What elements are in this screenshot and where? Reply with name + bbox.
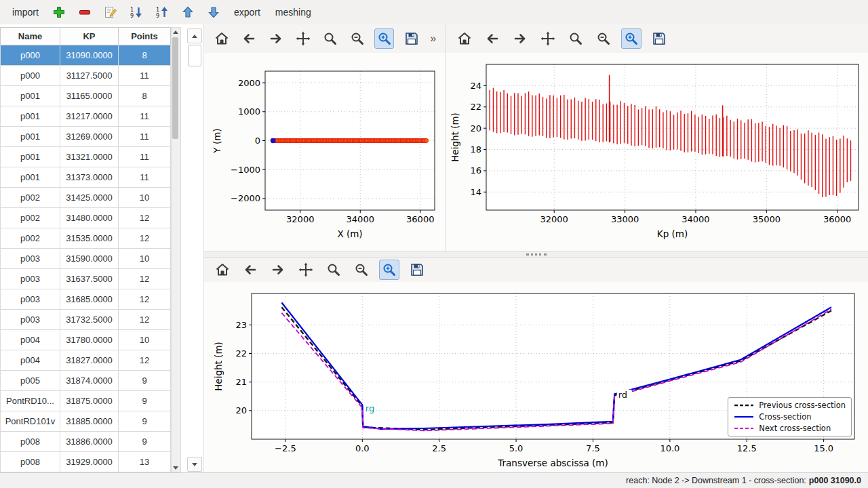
add-cross-section-button[interactable] [50,3,68,22]
table-cell[interactable]: p000 [1,45,60,66]
table-cell[interactable]: 12 [119,208,171,228]
table-row[interactable]: p00131321.000011 [1,147,171,167]
cross-section-chart[interactable]: −2.50.02.55.07.510.012.515.020212223Tran… [204,282,868,474]
table-scrollbar-thumb[interactable] [172,37,178,139]
table-cell[interactable]: 13 [119,452,171,472]
table-cell[interactable]: 31929.0000 [60,452,119,472]
home-button[interactable] [212,28,232,49]
table-row[interactable]: p00231480.000012 [1,208,171,228]
table-cell[interactable]: 12 [119,310,171,330]
toolbar-overflow[interactable]: » [429,33,437,45]
table-row[interactable]: PontRD10...31875.00009 [1,391,171,411]
panel-scroll-down-button[interactable] [187,457,202,472]
column-header-points[interactable]: Points [119,28,171,45]
import-button[interactable]: import [8,3,43,22]
table-row[interactable]: p00331732.500012 [1,310,171,330]
table-cell[interactable]: p003 [1,249,60,269]
home-button[interactable] [454,28,475,49]
table-cell[interactable]: p001 [1,147,60,167]
table-cell[interactable]: 12 [119,350,171,371]
table-row[interactable]: p00831929.000013 [1,452,171,472]
table-cell[interactable]: 31373.0000 [60,167,119,188]
table-cell[interactable]: p002 [1,188,60,208]
home-button[interactable] [212,260,233,280]
zoom-out-button[interactable] [593,28,614,49]
pan-button[interactable] [294,28,313,49]
table-cell[interactable]: 31732.5000 [60,310,119,330]
table-cell[interactable]: 11 [119,127,171,147]
table-cell[interactable]: 31885.0000 [60,411,119,432]
table-cell[interactable]: 9 [119,411,171,432]
table-row[interactable]: p00231425.000010 [1,188,171,208]
long-profile-chart[interactable]: 3200033000340003500036000141618202224Kp … [446,53,868,251]
table-cell[interactable]: 8 [119,45,171,66]
table-cell[interactable]: p003 [1,289,60,310]
zoom-button[interactable] [323,260,344,280]
table-cell[interactable]: 31875.0000 [60,391,119,411]
move-up-button[interactable] [178,3,197,22]
plan-view-chart[interactable]: 320003400036000−2000−1000010002000X (m)Y… [204,53,446,251]
save-figure-button[interactable] [401,28,421,49]
table-cell[interactable]: p002 [1,228,60,249]
forward-button[interactable] [510,28,530,49]
forward-button[interactable] [267,28,286,49]
table-row[interactable]: p00231535.000012 [1,228,171,249]
zoom-out-button[interactable] [347,28,367,49]
panel-scrollbar-thumb[interactable] [188,45,201,66]
sort-descending-button[interactable]: 19 [127,3,146,22]
table-cell[interactable]: 31480.0000 [60,208,119,228]
move-down-button[interactable] [204,3,223,22]
meshing-button[interactable]: meshing [271,3,315,22]
table-cell[interactable]: 31827.0000 [60,350,119,371]
table-cell[interactable]: 11 [119,66,171,86]
export-button[interactable]: export [230,3,264,22]
table-scrollbar[interactable] [171,27,181,472]
table-cell[interactable]: 31590.0000 [60,249,119,269]
table-row[interactable]: p00831886.00009 [1,432,171,452]
table-row[interactable]: p00331685.000012 [1,289,171,310]
zoom-rect-button[interactable] [374,28,394,49]
back-button[interactable] [482,28,502,49]
pan-button[interactable] [538,28,558,49]
table-cell[interactable]: p004 [1,330,60,350]
scroll-down-button[interactable] [172,464,179,472]
table-cell[interactable]: p001 [1,127,60,147]
splitter-handle[interactable] [526,253,547,256]
save-figure-button[interactable] [407,260,427,280]
table-row[interactable]: p00131165.00008 [1,86,171,106]
table-cell[interactable]: 10 [119,249,171,269]
table-cell[interactable]: 12 [119,269,171,289]
table-cell[interactable]: 11 [119,106,171,127]
table-cell[interactable]: PontRD101v [1,411,60,432]
table-cell[interactable]: 31321.0000 [60,147,119,167]
table-row[interactable]: p00431780.000010 [1,330,171,350]
table-cell[interactable]: 31637.5000 [60,269,119,289]
table-row[interactable]: p00431827.000012 [1,350,171,371]
table-cell[interactable]: 9 [119,391,171,411]
table-row[interactable]: p00031090.00008 [1,45,171,66]
table-cell[interactable]: p001 [1,106,60,127]
back-button[interactable] [239,28,259,49]
table-cell[interactable]: 31874.0000 [60,371,119,391]
sort-ascending-button[interactable]: 19 [153,3,172,22]
table-cell[interactable]: 31535.0000 [60,228,119,249]
table-row[interactable]: PontRD101v31885.00009 [1,411,171,432]
table-cell[interactable]: 8 [119,86,171,106]
table-cell[interactable]: PontRD10... [1,391,60,411]
table-cell[interactable]: p008 [1,432,60,452]
table-row[interactable]: p00131373.000011 [1,167,171,188]
save-figure-button[interactable] [649,28,669,49]
table-cell[interactable]: 31090.0000 [60,45,119,66]
scroll-up-button[interactable] [172,28,179,36]
table-cell[interactable]: 12 [119,289,171,310]
table-row[interactable]: p00331590.000010 [1,249,171,269]
table-cell[interactable]: 12 [119,228,171,249]
zoom-out-button[interactable] [351,260,372,280]
horizontal-splitter[interactable] [204,251,868,258]
table-cell[interactable]: p000 [1,66,60,86]
zoom-button[interactable] [566,28,586,49]
table-row[interactable]: p00331637.500012 [1,269,171,289]
table-cell[interactable]: p008 [1,452,60,472]
table-cell[interactable]: 10 [119,330,171,350]
table-cell[interactable]: 31425.0000 [60,188,119,208]
